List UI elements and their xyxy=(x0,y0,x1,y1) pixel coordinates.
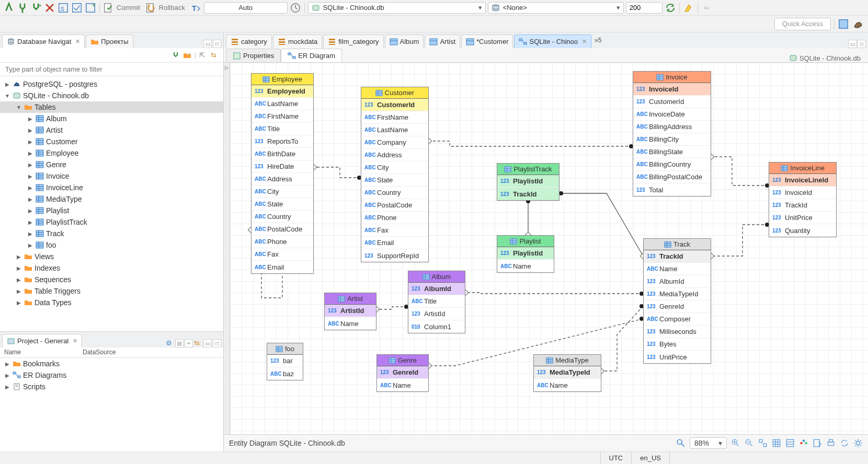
tree-item-tables[interactable]: ▼Tables xyxy=(0,101,223,113)
entity-column-trackid[interactable]: 123TrackId xyxy=(644,250,711,263)
entity-column-name[interactable]: ABCName xyxy=(325,317,376,330)
gear-icon[interactable]: ⚙ xyxy=(166,339,174,347)
plug-connect-icon[interactable] xyxy=(17,2,28,14)
entity-column-albumid[interactable]: 123AlbumId xyxy=(408,283,465,295)
entity-column-name[interactable]: ABCName xyxy=(534,379,601,391)
entity-artist[interactable]: Artist123ArtistIdABCName xyxy=(324,293,376,330)
entity-column-address[interactable]: ABCAddress xyxy=(361,149,428,161)
entity-column-phone[interactable]: ABCPhone xyxy=(361,212,428,224)
entity-header[interactable]: Playlist xyxy=(497,236,554,247)
editor-tab-category[interactable]: category xyxy=(226,34,272,48)
navigator-tree[interactable]: ▶PostgreSQL - postgres▼SQLite - Chinook.… xyxy=(0,76,223,331)
entity-album[interactable]: Album123AlbumIdABCTitle123ArtistId010Col… xyxy=(408,271,465,333)
search-icon[interactable] xyxy=(676,438,686,448)
expand-arrow-icon[interactable]: ▶ xyxy=(4,373,10,378)
tx-mode-icon[interactable]: T xyxy=(190,2,202,14)
entity-track[interactable]: Track123TrackIdABCName123AlbumId123Media… xyxy=(643,238,711,364)
link-icon[interactable]: ⇆ xyxy=(194,339,202,347)
entity-column-hiredate[interactable]: 123HireDate xyxy=(252,160,313,173)
entity-header[interactable]: Customer xyxy=(361,87,428,99)
tree-item-foo[interactable]: ▶foo xyxy=(0,239,223,251)
entity-column-reportsto[interactable]: 123ReportsTo xyxy=(252,135,313,148)
entity-header[interactable]: Album xyxy=(408,271,465,283)
entity-column-email[interactable]: ABCEmail xyxy=(252,261,313,273)
entity-employee[interactable]: Employee123EmployeeIdABCLastNameABCFirst… xyxy=(251,73,314,274)
entity-column-lastname[interactable]: ABCLastName xyxy=(361,124,428,136)
editor-tab-album[interactable]: Album xyxy=(385,34,424,48)
entity-column-city[interactable]: ABCCity xyxy=(361,161,428,174)
entity-column-quantity[interactable]: 123Quantity xyxy=(769,224,836,237)
entity-column-total[interactable]: 123Total xyxy=(633,183,711,196)
entity-invoice[interactable]: Invoice123InvoiceId123CustomerIdABCInvoi… xyxy=(633,71,711,196)
expand-arrow-icon[interactable]: ▶ xyxy=(27,208,33,214)
entity-header[interactable]: Track xyxy=(644,239,711,250)
collapse-all-icon[interactable]: ⊟ xyxy=(175,339,184,347)
perspective-dbeaver-icon[interactable] xyxy=(852,18,864,30)
entity-header[interactable]: Invoice xyxy=(633,72,711,83)
entity-column-city[interactable]: ABCCity xyxy=(252,185,313,198)
tree-item-employee[interactable]: ▶Employee xyxy=(0,147,223,159)
project-item-er-diagrams[interactable]: ▶ER Diagrams xyxy=(0,369,223,381)
highlight-icon[interactable] xyxy=(683,2,694,14)
expand-arrow-icon[interactable]: ▶ xyxy=(16,277,22,283)
entity-column-postalcode[interactable]: ABCPostalCode xyxy=(361,199,428,212)
tree-item-artist[interactable]: ▶Artist xyxy=(0,124,223,136)
columns-icon[interactable] xyxy=(785,438,795,448)
entity-header[interactable]: Employee xyxy=(252,74,313,85)
entity-column-invoiceid[interactable]: 123InvoiceId xyxy=(633,83,711,96)
expand-arrow-icon[interactable]: ▶ xyxy=(16,288,22,294)
layout-icon[interactable] xyxy=(758,438,768,448)
grid-icon[interactable] xyxy=(772,438,781,448)
commit-label[interactable]: Commit xyxy=(117,4,140,11)
editor-tab-mockdata[interactable]: mockdata xyxy=(273,34,322,48)
tree-item-sequences[interactable]: ▶Sequences xyxy=(0,274,223,285)
entity-column-genreid[interactable]: 123GenreId xyxy=(377,366,428,379)
entity-column-state[interactable]: ABCState xyxy=(252,198,313,211)
expand-arrow-icon[interactable]: ▶ xyxy=(27,242,33,248)
entity-column-billingpostalcode[interactable]: ABCBillingPostalCode xyxy=(633,171,711,183)
minimize-icon[interactable]: ▭ xyxy=(848,40,856,48)
entity-playlist[interactable]: Playlist123PlaylistIdABCName xyxy=(497,235,554,273)
entity-column-company[interactable]: ABCCompany xyxy=(361,136,428,149)
expand-arrow-icon[interactable]: ▶ xyxy=(27,127,33,133)
close-icon[interactable]: ✕ xyxy=(73,338,77,344)
entity-column-albumid[interactable]: 123AlbumId xyxy=(644,275,711,288)
entity-column-customerid[interactable]: 123CustomerId xyxy=(361,99,428,111)
tabs-overflow-indicator[interactable]: »5 xyxy=(595,37,601,44)
entity-column-birthdate[interactable]: ABCBirthDate xyxy=(252,148,313,160)
new-connection-icon[interactable] xyxy=(3,2,15,14)
entity-column-title[interactable]: ABCTitle xyxy=(408,295,465,308)
entity-column-genreid[interactable]: 123GenreId xyxy=(644,300,711,313)
entity-column-unitprice[interactable]: 123UnitPrice xyxy=(644,351,711,363)
tree-item-playlisttrack[interactable]: ▶PlaylistTrack xyxy=(0,216,223,228)
expand-arrow-icon[interactable]: ▶ xyxy=(27,139,33,145)
entity-column-baz[interactable]: ABCbaz xyxy=(267,367,303,380)
tree-item-sqlite-chinook-db[interactable]: ▼SQLite - Chinook.db xyxy=(0,90,223,101)
add-icon[interactable]: ＋ xyxy=(185,339,193,347)
row-limit-input[interactable] xyxy=(626,2,663,14)
entity-column-address[interactable]: ABCAddress xyxy=(252,173,313,185)
plug-add-icon[interactable]: + xyxy=(30,2,42,14)
subtab-properties[interactable]: Properties xyxy=(226,49,281,62)
refresh-icon[interactable] xyxy=(665,2,676,14)
entity-column-employeeid[interactable]: 123EmployeeId xyxy=(252,85,313,98)
editor-tab--customer[interactable]: *Customer xyxy=(461,34,513,48)
entity-column-phone[interactable]: ABCPhone xyxy=(252,236,313,248)
entity-column-invoiceid[interactable]: 123InvoiceId xyxy=(769,187,836,199)
tree-item-genre[interactable]: ▶Genre xyxy=(0,159,223,170)
entity-column-mediatypeid[interactable]: 123MediaTypeId xyxy=(534,366,601,379)
entity-column-country[interactable]: ABCCountry xyxy=(361,187,428,199)
entity-column-email[interactable]: ABCEmail xyxy=(361,237,428,249)
link-editor-icon[interactable]: ⇆ xyxy=(211,51,219,60)
entity-column-playlistid[interactable]: 123PlaylistId xyxy=(497,247,554,260)
zoom-in-icon[interactable] xyxy=(731,438,740,448)
close-icon[interactable]: ✕ xyxy=(75,38,80,45)
entity-column-state[interactable]: ABCState xyxy=(361,174,428,187)
sql-console-icon[interactable] xyxy=(71,2,83,14)
zoom-out-icon[interactable] xyxy=(745,438,754,448)
entity-header[interactable]: MediaType xyxy=(534,355,601,366)
perspective-db-icon[interactable] xyxy=(838,18,849,30)
outline-handle[interactable]: ▷ xyxy=(224,63,230,434)
expand-arrow-icon[interactable]: ▶ xyxy=(4,384,10,390)
entity-column-billingcountry[interactable]: ABCBillingCountry xyxy=(633,158,711,171)
